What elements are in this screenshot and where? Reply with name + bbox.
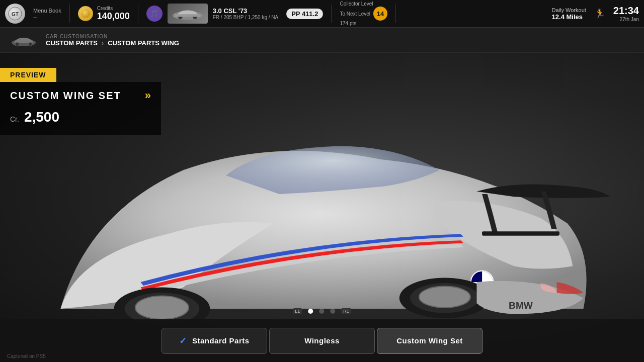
collector-next: To Next Level — [340, 11, 370, 17]
gt-logo[interactable]: GT — [5, 4, 25, 24]
breadcrumb-arrow: › — [102, 39, 104, 47]
divider — [69, 5, 70, 23]
svg-point-9 — [28, 42, 32, 46]
run-icon: 🏃 — [594, 8, 605, 19]
svg-text:BMW: BMW — [509, 300, 533, 311]
credits-value: 140,000 — [97, 11, 130, 22]
preview-content: CUSTOM WING SET » Cr. 2,500 — [0, 82, 161, 135]
preview-badge: PREVIEW — [0, 68, 56, 82]
wingless-label: Wingless — [304, 336, 340, 345]
ps5-label: Captured on PS5 — [7, 353, 46, 359]
svg-text:GT: GT — [12, 12, 19, 17]
main-area: BMW PREVIEW CUSTOM WING SET » Cr. 2,500 … — [0, 53, 644, 362]
breadcrumb-bar: CAR CUSTOMISATION CUSTOM PARTS › CUSTOM … — [0, 28, 644, 53]
coin-icon — [78, 6, 93, 21]
collector-label: Collector Level — [340, 1, 387, 7]
divider3 — [331, 5, 332, 23]
svg-rect-11 — [482, 231, 559, 235]
date-value: 27th Jan — [620, 17, 639, 22]
double-chevron-icon: » — [145, 89, 151, 102]
wing-set-title: CUSTOM WING SET — [10, 90, 121, 102]
preview-panel: PREVIEW CUSTOM WING SET » Cr. 2,500 — [0, 68, 161, 135]
dot-2[interactable] — [319, 309, 324, 314]
credits-label: Credits — [97, 6, 130, 11]
collector-pts: 174 pts — [340, 21, 387, 26]
wing-set-row: CUSTOM WING SET » — [10, 89, 151, 102]
svg-point-8 — [15, 42, 19, 46]
price-value: 2,500 — [24, 109, 59, 125]
daily-workout-section: Daily Workout 12.4 Miles — [552, 7, 586, 21]
credits-info: Credits 140,000 — [97, 6, 130, 22]
divider4 — [395, 5, 396, 23]
dot-1[interactable] — [308, 309, 313, 314]
dots-row: L1 R1 — [293, 308, 351, 314]
time-value: 21:34 — [613, 5, 639, 17]
svg-rect-6 — [175, 14, 200, 17]
svg-point-19 — [419, 286, 470, 307]
time-section: 21:34 27th Jan — [613, 5, 639, 22]
pp-badge: PP 411.2 — [286, 9, 323, 19]
level-badge: 14 — [373, 7, 387, 21]
svg-point-16 — [135, 296, 189, 320]
top-bar: GT Menu Book -- Credits 140,000 🎵 — [0, 0, 644, 28]
l1-badge[interactable]: L1 — [293, 308, 302, 314]
breadcrumb-text: CAR CUSTOMISATION CUSTOM PARTS › CUSTOM … — [46, 34, 179, 47]
price-row: Cr. 2,500 — [10, 109, 151, 125]
dot-3[interactable] — [330, 309, 335, 314]
collector-level-row: To Next Level 14 — [340, 7, 387, 21]
custom-wing-set-button[interactable]: Custom Wing Set — [377, 328, 482, 354]
menu-book-section: Menu Book -- — [33, 8, 61, 20]
bottom-bar: ✓ Standard Parts Wingless Custom Wing Se… — [0, 319, 644, 362]
customisation-label: CAR CUSTOMISATION — [46, 34, 179, 39]
menu-book-title: Menu Book — [33, 8, 61, 14]
r1-badge[interactable]: R1 — [341, 308, 351, 314]
car-specs: FR / 205 BHP / 1,250 kg / NA — [213, 15, 278, 20]
car-name: 3.0 CSL '73 — [213, 7, 278, 15]
car-icon-section: 🎵 3.0 CSL '73 FR / 205 BHP / 1,250 kg / … — [146, 4, 278, 24]
car-info: 3.0 CSL '73 FR / 205 BHP / 1,250 kg / NA — [213, 7, 278, 20]
breadcrumb-custom-parts-wing: CUSTOM PARTS WING — [108, 39, 179, 47]
breadcrumb-nav: CUSTOM PARTS › CUSTOM PARTS WING — [46, 39, 179, 47]
divider2 — [138, 5, 138, 23]
daily-workout-miles: 12.4 Miles — [552, 13, 586, 21]
svg-point-2 — [81, 9, 90, 18]
custom-wing-set-label: Custom Wing Set — [396, 336, 463, 345]
breadcrumb-custom-parts[interactable]: CUSTOM PARTS — [46, 39, 98, 47]
car-silhouette-icon — [10, 33, 38, 48]
standard-parts-label: Standard Parts — [192, 336, 250, 345]
menu-book-sub: -- — [33, 14, 61, 20]
car-thumbnail — [168, 4, 208, 24]
check-icon: ✓ — [179, 335, 187, 346]
music-icon: 🎵 — [146, 6, 163, 22]
collector-section: Collector Level To Next Level 14 174 pts — [340, 1, 387, 26]
cr-label: Cr. — [10, 115, 19, 123]
daily-workout-title: Daily Workout — [552, 7, 586, 13]
wingless-button[interactable]: Wingless — [269, 328, 375, 354]
standard-parts-button[interactable]: ✓ Standard Parts — [162, 328, 267, 354]
credits-section: Credits 140,000 — [78, 6, 130, 22]
